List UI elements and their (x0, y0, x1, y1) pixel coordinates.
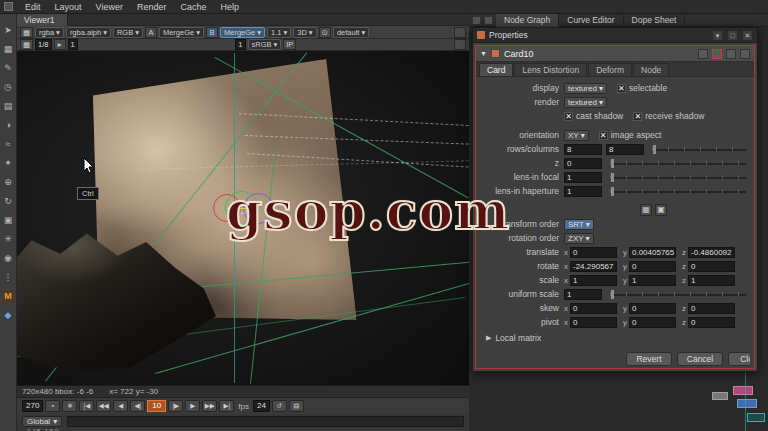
particles-tool-icon[interactable]: ✳ (2, 233, 15, 246)
frame-b-field[interactable]: 1 (235, 39, 245, 50)
selectable-checkbox[interactable]: ✕selectable (617, 83, 667, 93)
properties-title-bar[interactable]: Properties ▾ □ ✕ (473, 28, 757, 43)
rotation-order-dropdown[interactable]: ZXY▾ (564, 233, 594, 244)
translate-z-field[interactable]: -0.4860092 (688, 247, 735, 258)
lens-in-haperture-slider[interactable] (610, 187, 746, 196)
rows-columns-slider[interactable] (652, 145, 746, 154)
snap-menu-icon[interactable]: ▦ (640, 204, 652, 216)
lut-dropdown[interactable]: sRGB▾ (248, 39, 282, 50)
close-panel-icon[interactable]: ✕ (742, 30, 753, 41)
transform-order-dropdown[interactable]: SRT▾ (564, 219, 594, 230)
node-color-button[interactable] (712, 49, 722, 59)
cast-shadow-checkbox[interactable]: ✕cast shadow (564, 111, 623, 121)
b-input-button[interactable]: B (206, 27, 218, 38)
float-panel-icon[interactable]: □ (727, 30, 738, 41)
viewer-settings-button[interactable] (454, 27, 466, 38)
tab-deform[interactable]: Deform (588, 63, 632, 76)
pivot-z-field[interactable]: 0 (688, 317, 735, 328)
tab-dope-sheet[interactable]: Dope Sheet (624, 14, 686, 27)
display-mode-dropdown[interactable]: RGB▾ (113, 27, 143, 38)
gain-control[interactable]: 1.1▾ (267, 27, 291, 38)
pivot-x-field[interactable]: 0 (570, 317, 617, 328)
skew-z-field[interactable]: 0 (688, 303, 735, 314)
tab-node-graph[interactable]: Node Graph (496, 14, 559, 27)
cancel-button[interactable]: Cancel (677, 352, 723, 366)
close-button[interactable]: Close (728, 352, 750, 366)
select-tool-icon[interactable]: ➤ (2, 24, 15, 37)
panel-menu-icon[interactable]: ▾ (712, 30, 723, 41)
collapse-icon[interactable]: ▼ (480, 50, 487, 57)
lens-in-haperture-field[interactable]: 1 (564, 186, 602, 197)
tab-lens-distortion[interactable]: Lens Distortion (514, 63, 587, 76)
z-field[interactable]: 0 (564, 158, 602, 169)
lens-in-focal-field[interactable]: 1 (564, 172, 602, 183)
snowflake-icon[interactable]: ❄ (62, 400, 77, 412)
view-mode-dropdown[interactable]: 3D▾ (293, 27, 316, 38)
step-forward-button[interactable]: |▶ (168, 400, 183, 412)
translate-x-field[interactable]: 0 (570, 247, 617, 258)
rotate-x-field[interactable]: -24.290567 (570, 261, 617, 272)
alpha-dropdown[interactable]: rgba.alph▾ (66, 27, 111, 38)
tab-viewer1[interactable]: Viewer1 (17, 14, 68, 26)
play-forward-button[interactable]: ▶ (185, 400, 200, 412)
color-tool-icon[interactable]: ◑ (2, 119, 15, 132)
scale-x-field[interactable]: 1 (570, 275, 617, 286)
dock-icon[interactable] (472, 16, 481, 25)
pivot-y-field[interactable]: 0 (629, 317, 676, 328)
play-direction-icon[interactable]: ▸ (54, 39, 66, 50)
image-aspect-checkbox[interactable]: ✕image aspect (599, 130, 662, 140)
rows-field[interactable]: 8 (564, 144, 602, 155)
center-node-button[interactable] (726, 49, 736, 59)
render-dropdown[interactable]: textured▾ (564, 97, 607, 108)
channel-tool-icon[interactable]: ▤ (2, 100, 15, 113)
draw-tool-icon[interactable]: ✎ (2, 62, 15, 75)
tab-curve-editor[interactable]: Curve Editor (559, 14, 623, 27)
image-tool-icon[interactable]: ▦ (2, 43, 15, 56)
skew-y-field[interactable]: 0 (629, 303, 676, 314)
local-matrix-row[interactable]: ▶ Local matrix (480, 333, 750, 343)
rotate-y-field[interactable]: 0 (629, 261, 676, 272)
other-tool-icon[interactable]: ⋮ (2, 271, 15, 284)
display-dropdown[interactable]: textured▾ (564, 83, 607, 94)
dock-icon[interactable] (484, 16, 493, 25)
translate-y-field[interactable]: 0.00405765 (629, 247, 676, 258)
roi-grid-icon[interactable]: ▦ (20, 39, 33, 50)
channel-set-button[interactable] (698, 49, 708, 59)
channel-dropdown[interactable]: rgba▾ (35, 27, 64, 38)
viewer-extra-button[interactable] (454, 39, 466, 50)
a-node-dropdown[interactable]: MergeGe▾ (159, 27, 204, 38)
zoom-icon[interactable]: ⊙ (319, 27, 331, 38)
downrez-field[interactable]: 1/8 (35, 39, 51, 50)
merge-tool-icon[interactable]: ⊕ (2, 176, 15, 189)
a-input-button[interactable]: A (145, 27, 157, 38)
columns-field[interactable]: 8 (606, 144, 644, 155)
plugins-tool-icon[interactable]: ◆ (2, 309, 15, 322)
3d-tool-icon[interactable]: ▣ (2, 214, 15, 227)
fps-field[interactable]: 24 (253, 400, 270, 412)
menu-help[interactable]: Help (213, 0, 246, 14)
filter-tool-icon[interactable]: ≈ (2, 138, 15, 151)
go-to-end-button[interactable]: ▶| (219, 400, 234, 412)
time-tool-icon[interactable]: ◷ (2, 81, 15, 94)
timeline-options-button[interactable]: ▤ (289, 400, 304, 412)
uniform-scale-slider[interactable] (610, 290, 746, 299)
play-backward-button[interactable]: ◀ (113, 400, 128, 412)
menu-edit[interactable]: Edit (18, 0, 48, 14)
uniform-scale-field[interactable]: 1 (564, 289, 602, 300)
skew-x-field[interactable]: 0 (570, 303, 617, 314)
graph-node-gray[interactable] (712, 392, 728, 400)
frame-increment-field[interactable]: 10 (147, 400, 166, 412)
menu-cache[interactable]: Cache (173, 0, 213, 14)
transform-tool-icon[interactable]: ↻ (2, 195, 15, 208)
menu-render[interactable]: Render (130, 0, 174, 14)
tab-node[interactable]: Node (633, 63, 669, 76)
node-color-swatch[interactable] (491, 49, 500, 58)
axis-menu-icon[interactable]: ▣ (655, 204, 667, 216)
proxy-dropdown[interactable]: default▾ (333, 27, 369, 38)
graph-node-teal[interactable] (747, 413, 765, 422)
prev-keyframe-button[interactable]: ◀◀ (96, 400, 111, 412)
orientation-dropdown[interactable]: XY▾ (564, 130, 589, 141)
node-header[interactable]: ▼ Card10 (476, 46, 754, 62)
loop-mode-button[interactable]: ↺ (272, 400, 287, 412)
tab-card[interactable]: Card (479, 63, 513, 76)
